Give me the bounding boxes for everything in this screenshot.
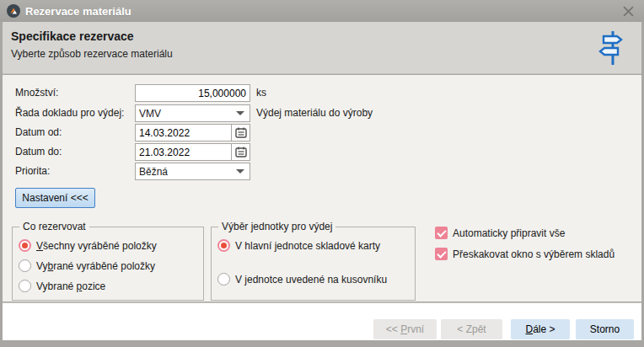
checkbox-skip-warehouse-window[interactable]: Přeskakovat okno s výběrem skladů — [435, 248, 614, 260]
checkbox-checked-icon — [435, 227, 448, 239]
app-logo-icon — [7, 4, 20, 18]
quantity-label: Množství: — [15, 84, 58, 102]
signpost-icon — [594, 29, 628, 67]
group-what-to-reserve-legend: Co rezervovat — [19, 221, 89, 233]
checkbox-label: Přeskakovat okno s výběrem skladů — [453, 248, 614, 260]
radio-unit-from-bom[interactable]: V jednotce uvedené na kusovníku — [217, 273, 387, 286]
quantity-field-wrap — [135, 84, 250, 102]
date-from-input[interactable] — [136, 125, 231, 141]
radio-selected-positions[interactable]: Vybrané pozice — [19, 280, 105, 292]
back-button[interactable]: < Zpět — [441, 319, 502, 339]
radio-icon — [217, 239, 230, 252]
quantity-input[interactable] — [136, 85, 250, 101]
page-subtitle: Vyberte způsob rezervace materiálu — [11, 48, 173, 60]
first-button[interactable]: << První — [373, 319, 437, 339]
radio-icon — [217, 273, 230, 286]
dialog-body: Množství: ks Řada dokladu pro výdej: VMV… — [3, 75, 641, 302]
doc-series-label: Řada dokladu pro výdej: — [15, 104, 124, 122]
radio-label: Vybrané pozice — [36, 280, 105, 292]
chevron-down-icon — [236, 169, 244, 174]
dialog-footer: << První < Zpět Dále > Storno — [3, 302, 641, 340]
page-title: Specifikace rezervace — [11, 29, 134, 43]
window-title: Rezervace materiálu — [25, 5, 131, 18]
radio-label: V jednotce uvedené na kusovníku — [235, 274, 387, 286]
radio-main-unit-of-stock-card[interactable]: V hlavní jednotce skladové karty — [217, 239, 380, 252]
cancel-button[interactable]: Storno — [576, 319, 634, 339]
radio-selected-manufactured-items[interactable]: Vybrané vyráběné položky — [19, 259, 155, 272]
group-unit-for-issue: Výběr jednotky pro výdej V hlavní jednot… — [211, 227, 416, 301]
radio-icon — [19, 239, 31, 252]
date-from-field-wrap — [135, 124, 250, 141]
radio-icon — [19, 280, 31, 292]
priority-select[interactable]: Běžná — [135, 163, 250, 180]
checkbox-auto-prepare-all[interactable]: Automaticky připravit vše — [435, 227, 565, 239]
radio-label: Vybrané vyráběné položky — [36, 260, 155, 272]
group-what-to-reserve: Co rezervovat Všechny vyráběné položky V… — [12, 227, 204, 301]
checkbox-label: Automaticky připravit vše — [453, 227, 565, 239]
date-from-label: Datum od: — [15, 124, 62, 141]
priority-label: Priorita: — [15, 163, 50, 180]
radio-icon — [19, 259, 31, 272]
calendar-icon[interactable] — [231, 144, 250, 160]
wizard-header: Specifikace rezervace Vyberte způsob rez… — [3, 22, 641, 74]
chevron-down-icon — [236, 111, 244, 115]
checkbox-checked-icon — [435, 248, 448, 260]
date-to-field-wrap — [135, 143, 250, 161]
doc-series-value: VMV — [139, 108, 161, 120]
settings-toggle-button[interactable]: Nastavení <<< — [15, 188, 95, 208]
next-button[interactable]: Dále > — [511, 319, 570, 339]
dialog-rezervace-materialu: Rezervace materiálu Specifikace rezervac… — [0, 0, 644, 347]
close-icon[interactable] — [619, 3, 637, 19]
titlebar: Rezervace materiálu — [0, 0, 644, 22]
date-to-input[interactable] — [136, 144, 231, 160]
date-to-label: Datum do: — [15, 143, 62, 161]
doc-series-select[interactable]: VMV — [135, 104, 250, 122]
doc-series-description: Výdej materiálu do výroby — [256, 104, 373, 122]
radio-all-manufactured-items[interactable]: Všechny vyráběné položky — [19, 239, 157, 252]
radio-label: Všechny vyráběné položky — [36, 240, 157, 252]
priority-value: Běžná — [139, 166, 168, 178]
calendar-icon[interactable] — [231, 125, 250, 141]
radio-label: V hlavní jednotce skladové karty — [235, 240, 380, 252]
quantity-unit: ks — [256, 84, 266, 102]
group-unit-for-issue-legend: Výběr jednotky pro výdej — [218, 221, 335, 233]
